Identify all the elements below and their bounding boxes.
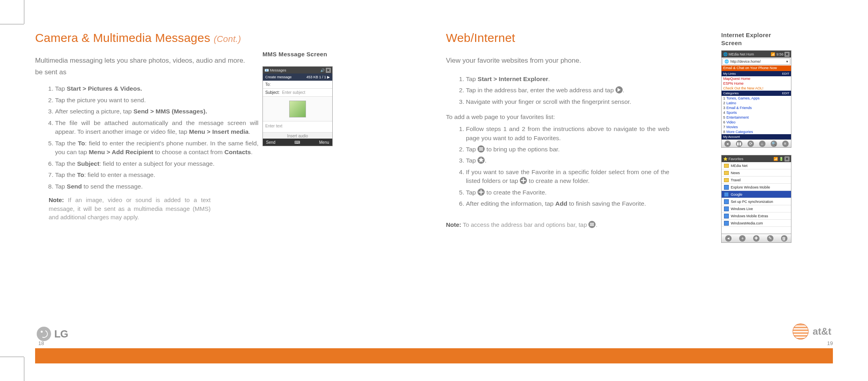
go-icon <box>615 86 623 93</box>
heading-cont: (Cont.) <box>214 34 241 44</box>
fav-step-1: Follow steps 1 and 2 from the instructio… <box>466 125 669 143</box>
edit-link[interactable]: EDIT <box>782 72 789 75</box>
heading-left: Camera & Multimedia Messages (Cont.) <box>35 31 422 45</box>
folder-icon <box>724 164 729 168</box>
ie-promo-banner[interactable]: Email & Chat on Your Phone Now <box>722 65 791 71</box>
stats-icon[interactable]: ▮▮ <box>736 141 742 147</box>
ie-cat[interactable]: 8More Categories <box>722 129 791 134</box>
att-logo: at&t <box>793 323 831 339</box>
favorites-item-label: Google <box>731 192 742 196</box>
mms-body-field[interactable]: Enter text <box>263 121 332 133</box>
favorites-item[interactable]: Travel <box>722 177 791 184</box>
svg-rect-1 <box>479 149 483 149</box>
softkey-menu[interactable]: Menu <box>319 140 329 145</box>
close-icon[interactable]: ✕ <box>785 157 789 161</box>
favorites-item-label: News <box>731 171 740 175</box>
ie-cat[interactable]: 3Email & Friends <box>722 105 791 110</box>
image-thumb <box>289 101 306 117</box>
favorites-item[interactable]: Set up PC synchronization <box>722 198 791 205</box>
favorites-item-label: Travel <box>731 178 741 182</box>
add-folder-icon <box>520 177 527 184</box>
page-icon <box>724 199 729 204</box>
page-icon <box>724 185 729 190</box>
star-icon <box>477 157 485 164</box>
menu-icon <box>477 145 485 153</box>
page-number-right: 19 <box>827 340 833 346</box>
more-icon[interactable]: ≡ <box>782 141 789 147</box>
keyboard-icon[interactable]: ⌨ <box>294 140 300 145</box>
add-folder-icon[interactable]: ✚ <box>753 235 760 242</box>
intro-right: View your favorite websites from your ph… <box>446 56 669 66</box>
favorites-screenshot: ⭐ Favorites 📶🔋✕ MEdia NetNewsTravelExplo… <box>721 155 791 243</box>
ie-title: MEdia Net Hom <box>729 52 754 56</box>
home-icon[interactable]: ⌂ <box>759 141 765 147</box>
favorites-item[interactable]: Windows Live <box>722 205 791 212</box>
fav-statusbar: ⭐ Favorites 📶🔋✕ <box>722 155 791 162</box>
step-5: Tap the To: field to enter the recipient… <box>55 139 258 157</box>
favorites-item[interactable]: WindowsMedia.com <box>722 220 791 227</box>
favorites-item-label: Set up PC synchronization <box>731 200 773 204</box>
ie-cat[interactable]: 5Entertainment <box>722 115 791 120</box>
mms-screenshot: 📧 Messages 🔊✕ Create message 453 KB 1 / … <box>262 66 333 146</box>
mms-status-title: 📧 Messages <box>264 68 286 72</box>
delete-icon[interactable]: 🗑 <box>781 235 787 242</box>
zoom-icon[interactable]: 🔍 <box>771 141 777 147</box>
fav-step-2: Tap to bring up the options bar. <box>466 145 669 154</box>
favorites-item[interactable]: Explore Windows Mobile <box>722 184 791 191</box>
mms-attachment-preview[interactable] <box>263 97 332 121</box>
ie-link[interactable]: Check Out the New AOL! <box>722 86 791 91</box>
ie-address-bar[interactable]: 🌐http://device.home/▾ <box>722 58 790 65</box>
fav-step-3: Tap . <box>466 156 669 165</box>
step-2: Tap the picture you want to send. <box>55 96 258 105</box>
svg-rect-5 <box>590 225 594 226</box>
ie-url: http://device.home/ <box>730 60 761 64</box>
page-number-left: 18 <box>38 340 44 346</box>
favorites-item-label: Windows Mobile Extras <box>731 214 768 218</box>
ie-step-1: Tap Start > Internet Explorer. <box>466 75 669 83</box>
page-icon <box>724 206 729 211</box>
ie-link[interactable]: MapQuest Home <box>722 76 791 81</box>
favorites-list: MEdia NetNewsTravelExplore Windows Mobil… <box>722 162 791 227</box>
page-icon <box>724 192 729 197</box>
svg-rect-3 <box>590 223 594 224</box>
page-icon <box>724 221 729 226</box>
page-icon <box>724 214 729 218</box>
mms-subject-row[interactable]: Subject:Enter subject <box>263 89 332 97</box>
back-icon[interactable]: ◂ <box>725 235 732 242</box>
ie-toolbar: ◂ ▮▮ ⟳ ⌂ 🔍 ≡ <box>722 139 791 147</box>
add-icon <box>477 189 485 196</box>
ie-cat[interactable]: 4Sports <box>722 110 791 115</box>
softkey-send[interactable]: Send <box>266 140 275 145</box>
intro-line-1: Multimedia messaging lets you share phot… <box>35 56 258 66</box>
step-7: Tap the To: field to enter a message. <box>55 171 258 179</box>
page-left: Camera & Multimedia Messages (Cont.) Mul… <box>35 31 430 343</box>
mms-title-text: Create message <box>265 75 292 79</box>
ie-link[interactable]: ESPN Home <box>722 81 791 86</box>
ie-cat[interactable]: 6Video <box>722 120 791 125</box>
edit-link[interactable]: EDIT <box>782 91 789 95</box>
back-icon[interactable]: ◂ <box>724 141 731 147</box>
my-account[interactable]: My Account <box>722 134 791 139</box>
mms-size-indicator: 453 KB 1 / 1 ▶ <box>306 75 330 79</box>
ie-cat[interactable]: 2Latino <box>722 101 791 105</box>
edit-icon[interactable]: ✎ <box>767 235 773 242</box>
ie-cat[interactable]: 7Movies <box>722 125 791 129</box>
add-icon[interactable]: ＋ <box>739 235 746 242</box>
favorites-item[interactable]: Windows Mobile Extras <box>722 212 791 220</box>
ie-step-2: Tap in the address bar, enter the web ad… <box>466 86 669 95</box>
ie-cat[interactable]: 1Tones, Games, Apps <box>722 96 791 101</box>
heading-text: Camera & Multimedia Messages <box>35 31 210 44</box>
favorites-item[interactable]: MEdia Net <box>722 162 791 169</box>
favorites-item-label: Windows Live <box>731 207 753 211</box>
close-icon[interactable]: ✕ <box>785 52 789 57</box>
lg-logo: LG <box>37 327 68 341</box>
note-left: Note: If an image, video or sound is add… <box>35 196 211 222</box>
categories-header: CategoriesEDIT <box>722 91 791 96</box>
close-icon[interactable]: ✕ <box>326 68 331 73</box>
mms-caption: MMS Message Screen <box>262 50 330 58</box>
ie-caption: Internet Explorer Screen <box>721 31 789 47</box>
refresh-icon[interactable]: ⟳ <box>748 141 754 147</box>
mms-to-row[interactable]: To: <box>263 81 332 89</box>
favorites-item[interactable]: Google <box>722 191 791 198</box>
favorites-item[interactable]: News <box>722 169 791 177</box>
